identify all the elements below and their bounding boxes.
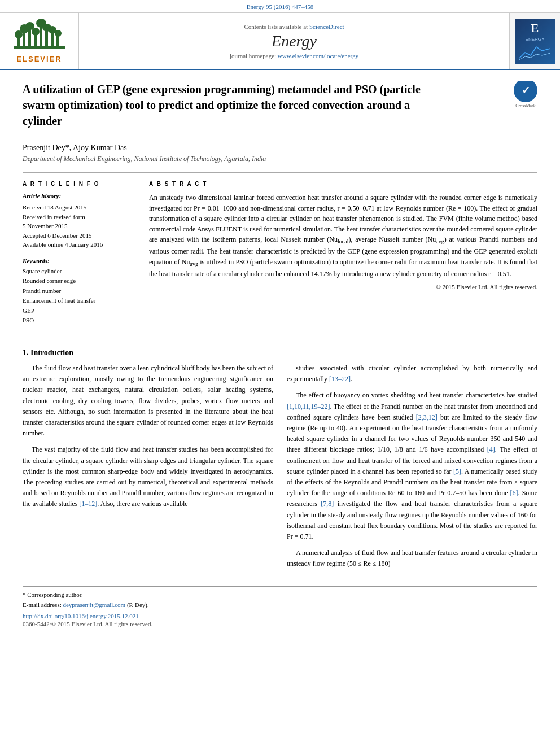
intro-col2-para2: The effect of buoyancy on vortex sheddin… bbox=[287, 390, 537, 542]
intro-col2: studies associated with circular cylinde… bbox=[287, 363, 537, 575]
keyword-1: Square cylinder bbox=[23, 267, 126, 277]
paper-title: A utilization of GEP (gene expression pr… bbox=[23, 81, 446, 129]
svg-point-15 bbox=[55, 30, 62, 37]
accepted-date: Accepted 6 December 2015 bbox=[23, 231, 126, 241]
received-date: Received 18 August 2015 bbox=[23, 203, 126, 212]
body-content: 1. Introduction The fluid flow and heat … bbox=[0, 337, 560, 639]
ref-4[interactable]: [4] bbox=[487, 445, 495, 453]
elsevier-logo: ELSEVIER bbox=[0, 13, 79, 69]
footnote-area: * Corresponding author. E-mail address: … bbox=[23, 586, 537, 627]
intro-col1: The fluid flow and heat transfer over a … bbox=[23, 363, 273, 575]
abstract-text: An unsteady two-dimensional laminar forc… bbox=[149, 193, 537, 279]
journal-header: ELSEVIER Contents lists available at Sci… bbox=[0, 13, 560, 70]
ref-13-22[interactable]: [13–22] bbox=[329, 375, 351, 383]
journal-logo-image: E ENERGY bbox=[515, 19, 555, 64]
journal-header-center: Contents lists available at ScienceDirec… bbox=[79, 13, 509, 69]
svg-point-11 bbox=[32, 28, 40, 36]
corresponding-author-note: * Corresponding author. bbox=[23, 590, 537, 600]
homepage-url[interactable]: www.elsevier.com/locate/energy bbox=[278, 53, 358, 59]
available-online-date: Available online 4 January 2016 bbox=[23, 240, 126, 250]
svg-rect-16 bbox=[14, 46, 65, 49]
citation-text: Energy 95 (2016) 447–458 bbox=[247, 3, 314, 10]
abstract-heading: A B S T R A C T bbox=[149, 181, 537, 187]
ref-buoyancy[interactable]: [1,10,11,19–22] bbox=[287, 403, 330, 410]
keywords-section: Keywords: Square cylinder Rounded corner… bbox=[23, 257, 126, 326]
ref-prandtl[interactable]: [2,3,12] bbox=[416, 413, 438, 421]
svg-rect-4 bbox=[40, 24, 42, 47]
intro-two-col: The fluid flow and heat transfer over a … bbox=[23, 363, 537, 575]
revised-date: 5 November 2015 bbox=[23, 221, 126, 231]
intro-title: 1. Introduction bbox=[23, 348, 537, 357]
intro-col2-para1: studies associated with circular cylinde… bbox=[287, 363, 537, 385]
copyright-line: © 2015 Elsevier Ltd. All rights reserved… bbox=[149, 283, 537, 290]
article-info-heading: A R T I C L E I N F O bbox=[23, 181, 126, 187]
main-content: ✓ CrossMark A utilization of GEP (gene e… bbox=[0, 70, 560, 337]
intro-para1: The fluid flow and heat transfer over a … bbox=[23, 363, 273, 439]
sciencedirect-link[interactable]: ScienceDirect bbox=[309, 23, 344, 30]
journal-logo-box: E ENERGY bbox=[509, 13, 560, 69]
ref-6[interactable]: [6] bbox=[510, 489, 518, 497]
keyword-6: PSO bbox=[23, 316, 126, 326]
received-revised-label: Received in revised form bbox=[23, 212, 126, 222]
article-info-abstract: A R T I C L E I N F O Article history: R… bbox=[23, 172, 537, 326]
author-names: Prasenjit Dey*, Ajoy Kumar Das bbox=[23, 143, 127, 152]
ref-5[interactable]: [5] bbox=[453, 468, 461, 475]
elsevier-tree-icon bbox=[14, 19, 65, 54]
crossmark-badge: ✓ CrossMark bbox=[514, 81, 537, 108]
ref-7-8[interactable]: [7,8] bbox=[321, 500, 334, 508]
intro-para2: The vast majority of the fluid flow and … bbox=[23, 444, 273, 509]
contents-line: Contents lists available at ScienceDirec… bbox=[244, 23, 344, 30]
homepage-line: journal homepage: www.elsevier.com/locat… bbox=[230, 53, 358, 59]
keyword-4: Enhancement of heat transfer bbox=[23, 296, 126, 306]
article-info-column: A R T I C L E I N F O Article history: R… bbox=[23, 181, 135, 326]
affiliation-line: Department of Mechanical Engineering, Na… bbox=[23, 155, 537, 163]
abstract-column: A B S T R A C T An unsteady two-dimensio… bbox=[147, 181, 537, 326]
elsevier-brand-text: ELSEVIER bbox=[16, 55, 62, 63]
email-note: E-mail address: deyprasenjit@gmail.com (… bbox=[23, 600, 537, 610]
email-link[interactable]: deyprasenjit@gmail.com bbox=[63, 601, 125, 608]
keyword-3: Prandtl number bbox=[23, 286, 126, 296]
keyword-2: Rounded corner edge bbox=[23, 276, 126, 286]
intro-col2-para3: A numerical analysis of fluid flow and h… bbox=[287, 548, 537, 569]
issn-line: 0360-5442/© 2015 Elsevier Ltd. All right… bbox=[23, 621, 537, 627]
keywords-label: Keywords: bbox=[23, 257, 126, 264]
citation-bar: Energy 95 (2016) 447–458 bbox=[0, 0, 560, 13]
crossmark-circle: ✓ bbox=[514, 81, 537, 102]
doi-line[interactable]: http://dx.doi.org/10.1016/j.energy.2015.… bbox=[23, 613, 537, 619]
journal-name: Energy bbox=[272, 32, 317, 50]
history-label: Article history: bbox=[23, 193, 126, 199]
keyword-5: GEP bbox=[23, 306, 126, 316]
svg-rect-2 bbox=[28, 27, 31, 47]
ref-1-12[interactable]: [1–12] bbox=[79, 500, 97, 508]
crossmark-label: CrossMark bbox=[514, 103, 537, 108]
authors-line: Prasenjit Dey*, Ajoy Kumar Das bbox=[23, 143, 537, 152]
